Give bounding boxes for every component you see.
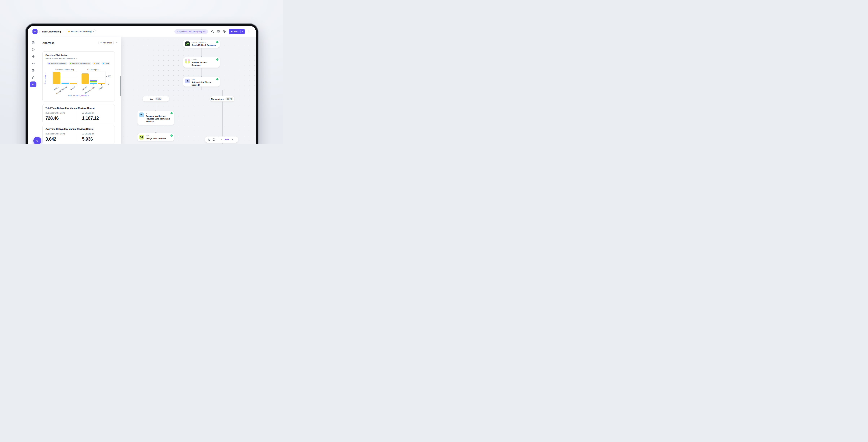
updated-status-badge: ✓ Updated 2 minutes ago by you [175, 29, 208, 34]
brand-logo-icon [35, 139, 39, 143]
edge-text: Yes [150, 98, 153, 100]
code-braces-icon[interactable] [32, 48, 35, 51]
legend-item[interactable]: Business address/Nam [68, 62, 91, 65]
node-automated-ai-check[interactable]: Split Automated AI Check Needed? ✓ [183, 77, 220, 87]
comment-icon[interactable] [217, 30, 220, 33]
chart-subtitle: Before Manual Review Assessment [45, 57, 112, 60]
chart-data-source-link[interactable]: data.decision_analytics [42, 94, 115, 96]
data-sources-icon[interactable] [32, 41, 35, 44]
connector-line [156, 90, 156, 96]
zoom-out-button[interactable]: − [221, 138, 222, 141]
x-tick [57, 84, 57, 86]
facet-title: v3 Champion [81, 68, 105, 71]
activity-icon[interactable] [32, 62, 35, 65]
stat-card-title: Avg Time Delayed by Manual Review (Hours… [45, 128, 112, 130]
analytics-panel: Analytics + Add chart × Decision Distrib… [39, 37, 121, 144]
legend-dot [70, 63, 71, 64]
chart-legend: Automated researchBusiness address/NamN/… [42, 62, 115, 65]
node-create-middesk-business[interactable]: Custom Connection Create Middesk Busines… [183, 40, 220, 47]
test-button-label: Test [234, 30, 238, 33]
total-time-delayed-card: Total Time Delayed by Manual Review (Hou… [42, 104, 115, 123]
y-tick-label: 0 [108, 83, 109, 85]
connector-line [156, 125, 156, 133]
bar-segment [82, 73, 89, 84]
connector-line [156, 90, 222, 90]
test-dropdown-toggle[interactable]: ▾ [241, 29, 245, 34]
node-assign-new-decision[interactable]: Rule Assign New Decision ✓ [137, 133, 174, 141]
node-group-icon [185, 59, 190, 63]
node-type: AI [146, 112, 172, 114]
node-type: Rule [146, 135, 166, 137]
node-analyze-middesk-response[interactable]: 6 nodes Analyze Middesk Response ✓ [183, 57, 220, 67]
brand-floating-button[interactable] [33, 137, 41, 144]
sidebar-item-analytics-active[interactable] [30, 81, 36, 87]
x-tick-label: Accept [53, 86, 59, 91]
x-tick [93, 84, 94, 86]
facet-plot: AcceptManual ReviewReject [53, 72, 77, 84]
success-check-badge: ✓ [216, 41, 218, 43]
history-icon[interactable] [223, 30, 226, 33]
edge-label-yes[interactable]: Yes 9.6% [143, 96, 169, 101]
divider [42, 48, 118, 48]
legend-dot [49, 63, 50, 64]
x-tick-label: Reject [98, 86, 103, 91]
panel-scrollbar[interactable] [120, 76, 121, 96]
connector-line [202, 47, 202, 57]
split-icon [185, 78, 190, 83]
edge-percentage-badge: 9.6% [155, 97, 162, 100]
node-title: Analyze Middesk Response [192, 61, 213, 67]
y-tick [106, 84, 107, 84]
breadcrumb[interactable]: B2B Onboarding [42, 30, 61, 33]
main-area: Custom Connection Create Middesk Busines… [28, 37, 256, 144]
avg-time-delayed-card: Avg Time Delayed by Manual Review (Hours… [42, 125, 115, 144]
x-tick [65, 84, 65, 86]
close-panel-button[interactable]: × [116, 41, 118, 44]
zoom-level[interactable]: 87% [225, 138, 229, 141]
y-axis-label: Frequency → [44, 72, 46, 85]
edge-label-no-continue[interactable]: No, continue 90.4% [210, 96, 235, 101]
settings-sliders-icon[interactable] [32, 55, 35, 58]
add-chart-label: Add chart [103, 42, 112, 44]
search-icon[interactable] [211, 30, 214, 33]
bar-segment [90, 80, 97, 81]
connector-line [156, 101, 156, 111]
stat-label: Business Onboarding [45, 112, 78, 114]
legend-label: N/A [96, 62, 99, 64]
connector-line [202, 68, 202, 77]
canvas-controls: − 87% + [205, 136, 238, 143]
x-tick [73, 84, 73, 86]
more-menu-button[interactable]: ⋮ [248, 30, 250, 33]
fit-view-icon[interactable] [213, 138, 216, 141]
legend-item[interactable]: UBO [101, 62, 110, 65]
bar-segment [53, 72, 60, 84]
edge-text: No, continue [211, 98, 224, 100]
stat-label: v3 Champion [82, 112, 112, 114]
facet-title: Business Onboarding [53, 68, 77, 71]
legend-item[interactable]: N/A [92, 62, 100, 65]
bar-segment [62, 83, 69, 84]
chevron-down-icon: ▾ [93, 31, 94, 32]
version-selector[interactable]: Business Onboarding ▾ [66, 29, 96, 34]
minimap-icon[interactable] [208, 138, 210, 141]
docs-book-icon[interactable] [32, 69, 35, 72]
add-chart-button[interactable]: + Add chart [98, 41, 114, 45]
page-background: { "icons": { "play": "▶", "kebab": "⋮", … [0, 0, 283, 144]
node-title: Automated AI Check Needed? [192, 81, 214, 86]
stat-card-title: Total Time Delayed by Manual Review (Hou… [45, 107, 112, 109]
version-label: Business Onboarding [71, 30, 92, 33]
app-screen: › B2B Onboarding › Business Onboarding ▾… [28, 26, 256, 144]
legend-item[interactable]: Automated research [47, 62, 68, 65]
connector-line [222, 90, 223, 96]
edge-percentage-badge: 90.4% [225, 97, 234, 100]
play-icon: ▶ [231, 31, 233, 32]
stat-value: 5.936 [82, 136, 112, 142]
app-logo[interactable] [32, 29, 37, 34]
node-compare-verified-data[interactable]: AI Compare Verified and Provided Data (N… [137, 111, 174, 125]
divider [218, 138, 218, 141]
topbar: › B2B Onboarding › Business Onboarding ▾… [28, 26, 256, 37]
bar-chart-icon [32, 83, 35, 86]
zoom-in-button[interactable]: + [231, 138, 233, 141]
test-button[interactable]: ▶ Test ▾ [229, 29, 245, 34]
test-tube-icon[interactable] [32, 76, 35, 79]
x-axis-baseline [81, 84, 106, 84]
